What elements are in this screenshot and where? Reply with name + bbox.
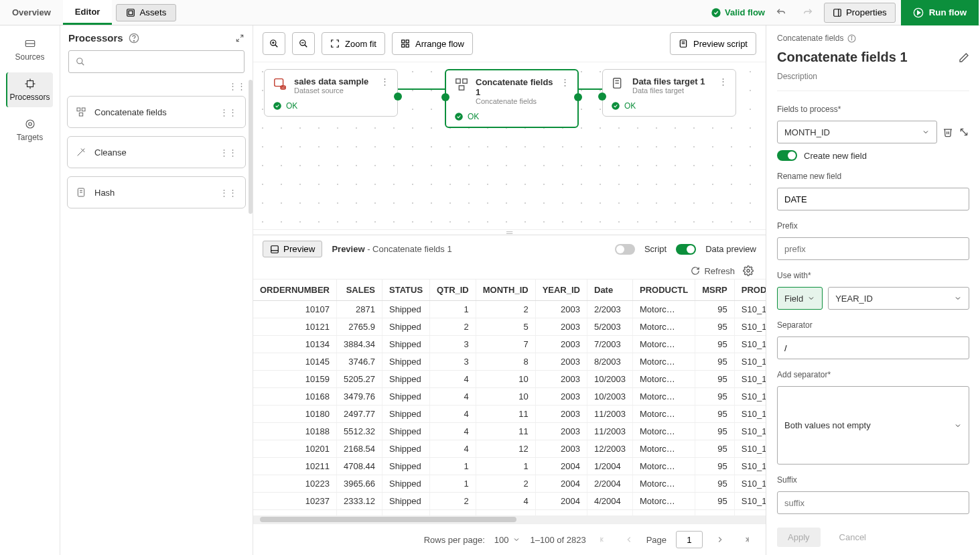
help-icon[interactable] <box>129 33 139 44</box>
next-page-button[interactable] <box>712 532 728 548</box>
apply-button[interactable]: Apply <box>777 528 821 547</box>
node-output-port[interactable] <box>394 92 402 101</box>
processor-item-partial[interactable]: ⋮⋮ <box>67 80 246 92</box>
drag-handle-icon[interactable]: ⋮⋮ <box>228 81 246 91</box>
fields-to-process-select[interactable]: MONTH_ID <box>777 121 937 143</box>
run-flow-button[interactable]: Run flow <box>901 0 979 25</box>
table-row[interactable]: 102372333.12Shipped2420044/2004Motorc…95… <box>253 493 766 510</box>
rail-targets[interactable]: Targets <box>7 113 54 147</box>
create-new-field-toggle[interactable] <box>777 150 797 161</box>
node-concat[interactable]: Concatenate fields 1 Concatenate fields … <box>445 69 579 128</box>
node-input-port[interactable] <box>441 93 449 101</box>
column-header[interactable]: STATUS <box>382 280 430 301</box>
node-source[interactable]: sales data sample Dataset source ⋮ OK <box>264 69 398 117</box>
table-row[interactable]: 101595205.27Shipped410200310/2003Motorc…… <box>253 371 766 388</box>
drag-handle-icon[interactable]: ⋮⋮ <box>220 107 237 117</box>
use-with-type-select[interactable]: Field <box>777 287 823 310</box>
table-row[interactable]: 101212765.9Shipped2520035/2003Motorc…95S… <box>253 318 766 336</box>
column-header[interactable]: YEAR_ID <box>535 280 587 301</box>
refresh-button[interactable]: Refresh <box>691 266 735 276</box>
column-header[interactable]: PRODUCTL <box>633 280 695 301</box>
flow-canvas[interactable]: sales data sample Dataset source ⋮ OK <box>253 62 766 229</box>
preview-panel-button[interactable]: Preview <box>263 241 322 257</box>
collapse-panel-button[interactable] <box>235 34 244 43</box>
undo-button[interactable] <box>770 3 792 22</box>
table-row[interactable]: 102233965.66Shipped1220042/2004Motorc…95… <box>253 475 766 493</box>
column-header[interactable]: MSRP <box>695 280 735 301</box>
processor-item-cleanse[interactable]: Cleanse ⋮⋮ <box>67 136 246 168</box>
rail-processors[interactable]: Processors <box>6 72 53 107</box>
node-output-port[interactable] <box>574 93 582 101</box>
processors-scrollbar[interactable] <box>249 80 253 214</box>
table-cell: 10159 <box>253 371 337 388</box>
column-header[interactable]: MONTH_ID <box>476 280 535 301</box>
processor-item-concatenate[interactable]: Concatenate fields ⋮⋮ <box>67 96 246 128</box>
zoom-out-button[interactable] <box>292 32 315 55</box>
processor-item-hash[interactable]: Hash ⋮⋮ <box>67 176 246 208</box>
edit-title-button[interactable] <box>959 52 969 63</box>
drag-handle-icon[interactable]: ⋮⋮ <box>220 147 237 158</box>
column-header[interactable]: ORDERNUMBER <box>253 280 337 301</box>
table-row[interactable]: 102012168.54Shipped412200312/2003Motorc…… <box>253 440 766 458</box>
zoom-fit-button[interactable]: Zoom fit <box>322 32 385 55</box>
prefix-input[interactable] <box>777 237 969 260</box>
last-page-button[interactable] <box>738 532 754 548</box>
script-toggle[interactable] <box>615 244 635 255</box>
info-icon[interactable] <box>847 34 856 43</box>
table-settings-button[interactable] <box>743 265 754 276</box>
svg-rect-46 <box>459 86 464 90</box>
tab-overview[interactable]: Overview <box>0 0 63 25</box>
preview-script-button[interactable]: Preview script <box>670 32 756 55</box>
tab-editor[interactable]: Editor <box>63 0 113 25</box>
properties-button[interactable]: Properties <box>824 3 896 23</box>
column-header[interactable]: Date <box>587 280 633 301</box>
node-menu-button[interactable]: ⋮ <box>719 76 727 86</box>
svg-rect-45 <box>463 79 467 83</box>
table-row[interactable]: 101885512.32Shipped411200311/2003Motorc…… <box>253 423 766 440</box>
cancel-button[interactable]: Cancel <box>829 528 877 547</box>
table-row[interactable]: 102513188.64Shipped2520045/2004Motorc…95… <box>253 510 766 516</box>
first-page-button[interactable] <box>596 532 612 548</box>
table-cell: 12 <box>476 440 535 458</box>
node-menu-button[interactable]: ⋮ <box>380 76 389 86</box>
rename-field-input[interactable] <box>777 188 969 210</box>
rail-sources[interactable]: Sources <box>7 32 54 67</box>
apply-to-all-button[interactable] <box>959 127 969 137</box>
page-input[interactable] <box>676 531 703 548</box>
separator-input[interactable] <box>777 336 969 359</box>
chevron-left-icon <box>624 535 634 544</box>
table-cell: Shipped <box>382 301 430 318</box>
data-preview-toggle[interactable] <box>676 244 696 255</box>
column-header[interactable]: PRODUCTC <box>734 280 766 301</box>
rows-per-page-select[interactable]: 100 <box>494 535 521 545</box>
node-target[interactable]: Data files target 1 Data files target ⋮ … <box>602 69 736 117</box>
horizontal-scrollbar[interactable] <box>253 515 766 523</box>
table-row[interactable]: 102114708.44Shipped1120041/2004Motorc…95… <box>253 458 766 475</box>
assets-button[interactable]: Assets <box>116 4 176 21</box>
table-row[interactable]: 101683479.76Shipped410200310/2003Motorc…… <box>253 388 766 406</box>
zoom-in-button[interactable] <box>263 32 285 55</box>
panel-resize-handle[interactable]: ═ <box>253 229 766 235</box>
check-circle-icon <box>454 112 464 121</box>
table-row[interactable]: 101343884.34Shipped3720037/2003Motorc…95… <box>253 336 766 353</box>
prev-page-button[interactable] <box>621 532 637 548</box>
redo-icon <box>802 7 813 18</box>
redo-button[interactable] <box>797 3 819 22</box>
data-preview-table[interactable]: ORDERNUMBERSALESSTATUSQTR_IDMONTH_IDYEAR… <box>253 279 766 515</box>
table-row[interactable]: 101802497.77Shipped411200311/2003Motorc…… <box>253 406 766 423</box>
node-input-port[interactable] <box>598 92 606 101</box>
add-separator-select[interactable]: Both values not empty <box>777 386 969 465</box>
hash-icon <box>76 187 86 198</box>
arrange-flow-button[interactable]: Arrange flow <box>392 32 473 55</box>
delete-field-button[interactable] <box>942 127 953 137</box>
processors-search[interactable] <box>68 50 244 73</box>
suffix-input[interactable] <box>777 491 969 514</box>
node-menu-button[interactable]: ⋮ <box>561 77 569 87</box>
column-header[interactable]: QTR_ID <box>430 280 476 301</box>
table-row[interactable]: 101072871Shipped1220032/2003Motorc…95S10… <box>253 301 766 318</box>
drag-handle-icon[interactable]: ⋮⋮ <box>220 188 237 198</box>
valid-flow-status: Valid flow <box>711 7 765 18</box>
column-header[interactable]: SALES <box>337 280 382 301</box>
table-row[interactable]: 101453746.7Shipped3820038/2003Motorc…95S… <box>253 353 766 371</box>
use-with-field-select[interactable]: YEAR_ID <box>828 287 969 310</box>
